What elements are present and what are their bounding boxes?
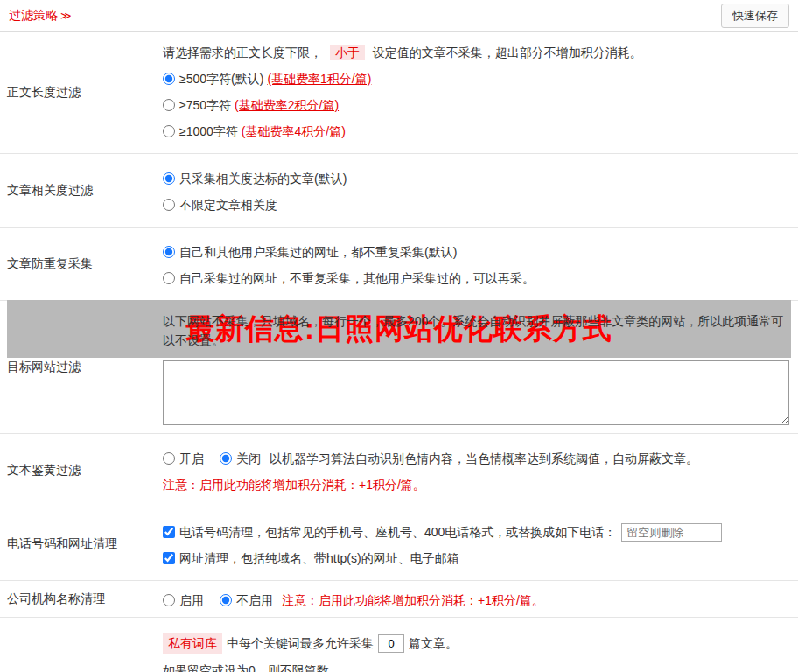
row-label-company-clean: 公司机构名称清理 xyxy=(0,581,156,617)
private-lexicon-tag: 私有词库 xyxy=(163,633,222,654)
length-500-radio[interactable] xyxy=(163,73,175,85)
porn-filter-note: 注意：启用此功能将增加积分消耗：+1积分/篇。 xyxy=(163,475,791,494)
option-label: ≥500字符(默认) xyxy=(179,69,263,88)
replacement-phone-input[interactable] xyxy=(621,523,722,542)
porn-filter-desc: 以机器学习算法自动识别色情内容，当色情概率达到系统阈值，自动屏蔽文章。 xyxy=(270,449,698,468)
phone-clean-checkbox[interactable] xyxy=(163,526,175,538)
row-content-keyword-dedup: 私有词库 中每个关键词最多允许采集 篇文章。 如果留空或设为0，则不限篇数。 如… xyxy=(156,618,798,672)
intro-before: 请选择需求的正文长度下限， xyxy=(163,46,322,60)
option-label: ≥1000字符 xyxy=(179,122,238,141)
phone-clean-option[interactable]: 电话号码清理，包括常见的手机号、座机号、400电话格式，或替换成如下电话： xyxy=(163,522,616,542)
relevance-option-strict[interactable]: 只采集相关度达标的文章(默认) xyxy=(163,169,791,188)
option-label: 电话号码清理，包括常见的手机号、座机号、400电话格式，或替换成如下电话： xyxy=(179,522,616,542)
length-option-750[interactable]: ≥750字符 (基础费率2积分/篇) xyxy=(163,95,791,115)
row-label-phone-url: 电话号码和网址清理 xyxy=(0,508,156,580)
blocked-sites-textarea[interactable] xyxy=(163,360,789,425)
company-on-radio[interactable] xyxy=(163,594,175,606)
chevron-down-icon: ≫ xyxy=(60,10,72,22)
company-off-radio[interactable] xyxy=(220,594,232,606)
phone-clean-line: 电话号码清理，包括常见的手机号、座机号、400电话格式，或替换成如下电话： xyxy=(163,522,791,542)
option-label: 自己采集过的网址，不重复采集，其他用户采集过的，可以再采。 xyxy=(179,269,535,288)
keyword-limit-input[interactable] xyxy=(378,634,404,653)
row-content-dedup: 自己和其他用户采集过的网址，都不重复采集(默认) 自己采集过的网址，不重复采集，… xyxy=(156,228,798,300)
less-than-tag: 小于 xyxy=(330,45,365,60)
row-phone-url-clean: 电话号码和网址清理 电话号码清理，包括常见的手机号、座机号、400电话格式，或替… xyxy=(0,508,798,581)
option-label: ≥750字符 xyxy=(179,95,231,115)
relevance-option-any[interactable]: 不限定文章相关度 xyxy=(163,195,791,214)
row-relevance-filter: 文章相关度过滤 只采集相关度达标的文章(默认) 不限定文章相关度 xyxy=(0,154,798,228)
intro-after: 设定值的文章不采集，超出部分不增加积分消耗。 xyxy=(373,46,642,60)
option-label: 启用 xyxy=(179,591,204,610)
header-bar: 过滤策略 ≫ 快速保存 xyxy=(0,0,798,32)
length-option-1000[interactable]: ≥1000字符 (基础费率4积分/篇) xyxy=(163,122,791,141)
row-content-relevance: 只采集相关度达标的文章(默认) 不限定文章相关度 xyxy=(156,154,798,227)
body-length-intro: 请选择需求的正文长度下限， 小于 设定值的文章不采集，超出部分不增加积分消耗。 xyxy=(163,43,791,62)
porn-on-option[interactable]: 开启 xyxy=(163,449,204,468)
rate-note: (基础费率1积分/篇) xyxy=(267,69,371,88)
row-content-porn-filter: 开启 关闭 以机器学习算法自动识别色情内容，当色情概率达到系统阈值，自动屏蔽文章… xyxy=(156,434,798,507)
option-label: 自己和其他用户采集过的网址，都不重复采集(默认) xyxy=(179,242,457,262)
rate-note: (基础费率2积分/篇) xyxy=(234,95,339,115)
length-option-500[interactable]: ≥500字符(默认) (基础费率1积分/篇) xyxy=(163,69,791,88)
keyword-limit-line: 私有词库 中每个关键词最多允许采集 篇文章。 xyxy=(163,633,791,654)
company-off-option[interactable]: 不启用 xyxy=(220,591,273,610)
porn-on-radio[interactable] xyxy=(163,452,175,465)
quick-save-button[interactable]: 快速保存 xyxy=(721,4,789,28)
page-title-text: 过滤策略 xyxy=(9,8,58,24)
length-750-radio[interactable] xyxy=(163,99,175,111)
limit-text: 中每个关键词最多允许采集 xyxy=(227,634,374,653)
row-company-clean: 公司机构名称清理 启用 不启用 注意：启用此功能将增加积分消耗：+1积分/篇。 xyxy=(0,581,798,618)
row-content-site-filter: 以下网站不采集，只填域名，每行一个，最多200个。系统会自动识别并屏蔽那些非文章… xyxy=(156,301,798,433)
relevance-strict-radio[interactable] xyxy=(163,172,175,185)
row-label-dedup: 文章防重复采集 xyxy=(0,228,156,300)
row-keyword-dedup: 关键词防重复采集 私有词库 中每个关键词最多允许采集 篇文章。 如果留空或设为0… xyxy=(0,618,798,672)
row-content-company-clean: 启用 不启用 注意：启用此功能将增加积分消耗：+1积分/篇。 xyxy=(156,581,798,617)
option-label: 只采集相关度达标的文章(默认) xyxy=(179,169,346,188)
porn-off-radio[interactable] xyxy=(220,452,232,465)
row-content-phone-url: 电话号码清理，包括常见的手机号、座机号、400电话格式，或替换成如下电话： 网址… xyxy=(156,508,798,580)
dedup-global-radio[interactable] xyxy=(163,246,175,258)
company-clean-note: 注意：启用此功能将增加积分消耗：+1积分/篇。 xyxy=(282,591,544,610)
row-body-length-filter: 正文长度过滤 请选择需求的正文长度下限， 小于 设定值的文章不采集，超出部分不增… xyxy=(0,32,798,154)
porn-filter-options: 开启 关闭 以机器学习算法自动识别色情内容，当色情概率达到系统阈值，自动屏蔽文章… xyxy=(163,449,791,468)
limit-text-end: 篇文章。 xyxy=(409,634,458,653)
option-label: 不启用 xyxy=(236,591,273,610)
dedup-self-radio[interactable] xyxy=(163,272,175,284)
option-label: 不限定文章相关度 xyxy=(179,195,277,214)
url-clean-checkbox[interactable] xyxy=(163,552,175,564)
company-on-option[interactable]: 启用 xyxy=(163,591,204,610)
row-label-body-length: 正文长度过滤 xyxy=(0,32,156,153)
keyword-note-unlimited: 如果留空或设为0，则不限篇数。 xyxy=(163,661,791,672)
option-label: 网址清理，包括纯域名、带http(s)的网址、电子邮箱 xyxy=(179,549,459,568)
row-porn-filter: 文本鉴黄过滤 开启 关闭 以机器学习算法自动识别色情内容，当色情概率达到系统阈值… xyxy=(0,434,798,508)
option-label: 关闭 xyxy=(236,449,261,468)
dedup-option-self[interactable]: 自己采集过的网址，不重复采集，其他用户采集过的，可以再采。 xyxy=(163,269,791,288)
company-clean-options: 启用 不启用 注意：启用此功能将增加积分消耗：+1积分/篇。 xyxy=(163,591,791,610)
length-1000-radio[interactable] xyxy=(163,125,175,137)
row-label-relevance: 文章相关度过滤 xyxy=(0,154,156,227)
dedup-option-global[interactable]: 自己和其他用户采集过的网址，都不重复采集(默认) xyxy=(163,242,791,262)
row-label-keyword-dedup: 关键词防重复采集 xyxy=(0,618,156,672)
rate-note: (基础费率4积分/篇) xyxy=(242,122,346,141)
porn-off-option[interactable]: 关闭 xyxy=(220,449,261,468)
site-filter-intro: 以下网站不采集，只填域名，每行一个，最多200个。系统会自动识别并屏蔽那些非文章… xyxy=(163,312,791,350)
row-label-porn-filter: 文本鉴黄过滤 xyxy=(0,434,156,507)
row-dedup-filter: 文章防重复采集 自己和其他用户采集过的网址，都不重复采集(默认) 自己采集过的网… xyxy=(0,228,798,301)
relevance-any-radio[interactable] xyxy=(163,199,175,211)
url-clean-option[interactable]: 网址清理，包括纯域名、带http(s)的网址、电子邮箱 xyxy=(163,549,791,568)
row-content-body-length: 请选择需求的正文长度下限， 小于 设定值的文章不采集，超出部分不增加积分消耗。 … xyxy=(156,32,798,153)
option-label: 开启 xyxy=(179,449,204,468)
page-title[interactable]: 过滤策略 ≫ xyxy=(9,8,72,24)
